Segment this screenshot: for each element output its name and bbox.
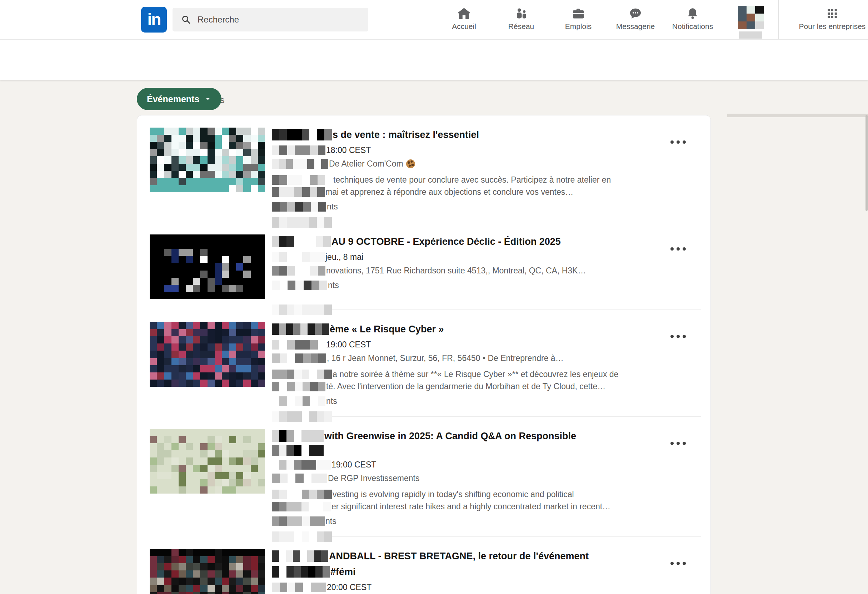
pixelated-text: [272, 145, 325, 155]
search-box[interactable]: [173, 8, 368, 31]
event-text: nts: [327, 202, 338, 211]
search-results-card: s de vente : maîtrisez l'essentiel18:00 …: [137, 115, 711, 594]
pixelated-strip: [272, 217, 332, 228]
event-title-link[interactable]: AU 9 OCTOBRE - Expérience Déclic - Éditi…: [272, 236, 655, 247]
event-text: with Greenwise in 2025: A Candid Q&A on …: [324, 431, 576, 442]
event-text: jeu., 8 mai: [325, 252, 363, 262]
event-thumbnail[interactable]: [150, 235, 265, 299]
ellipsis-dot: [683, 442, 686, 445]
ellipsis-dot: [683, 562, 686, 565]
profile-menu-label-pixelated[interactable]: [739, 31, 762, 38]
event-title-link[interactable]: #fémi: [272, 566, 655, 578]
chevron-down-icon: [204, 95, 211, 103]
nav-item-network[interactable]: Réseau: [493, 0, 550, 39]
event-description-line: techniques de vente pour conclure avec s…: [272, 175, 655, 185]
nav-item-notifications[interactable]: Notifications: [664, 0, 721, 39]
nav-item-jobs[interactable]: Emplois: [550, 0, 607, 39]
nav-item-label: Réseau: [508, 22, 534, 31]
overflow-menu-button[interactable]: [668, 245, 688, 253]
event-title-link[interactable]: ème « Le Risque Cyber »: [272, 324, 655, 335]
ellipsis-dot: [683, 335, 686, 338]
event-organizer-location: , 16 r Jean Monnet, Surzur, 56, FR, 5645…: [272, 353, 655, 363]
event-text: mai et apprenez à répondre aux objection…: [325, 187, 573, 197]
ellipsis-dot: [676, 335, 680, 338]
scrollbar-thumb[interactable]: [865, 115, 868, 211]
pixelated-text: [272, 460, 331, 470]
event-attendees: nts: [272, 516, 655, 526]
event-result-row: s de vente : maîtrisez l'essentiel18:00 …: [137, 115, 710, 222]
events-filter-label: Événements: [147, 94, 199, 104]
pixelated-strip: [272, 532, 332, 542]
nav-item-label: Notifications: [672, 22, 713, 31]
event-text: ANDBALL - BREST BRETAGNE, le retour de l…: [329, 551, 589, 562]
for-business-label: Pour les entreprises: [799, 22, 866, 31]
pixelated-text: [272, 324, 329, 335]
search-icon: [181, 15, 191, 25]
pixelated-text: [272, 159, 328, 169]
event-result-row: ème « Le Risque Cyber »19:00 CEST, 16 r …: [137, 310, 710, 417]
event-datetime: jeu., 8 mai: [272, 252, 655, 262]
nav-item-label: Accueil: [452, 22, 476, 31]
network-icon: [515, 7, 528, 20]
overflow-menu-button[interactable]: [668, 440, 688, 447]
event-text: De Atelier Com'Com: [329, 159, 403, 169]
event-text: De RGP Investissements: [328, 474, 420, 483]
event-title-link[interactable]: with Greenwise in 2025: A Candid Q&A on …: [272, 430, 655, 442]
search-filter-bar: Événements: [0, 39, 868, 80]
event-thumbnail[interactable]: [150, 429, 265, 494]
right-rail-placeholder: [727, 114, 868, 117]
ellipsis-dot: [670, 335, 674, 338]
event-description-line: mai et apprenez à répondre aux objection…: [272, 187, 655, 197]
search-input[interactable]: [197, 14, 352, 25]
event-description-line: té. Avec l'intervention de la gendarmeri…: [272, 382, 655, 392]
event-text: vesting is evolving rapidly in today's s…: [332, 490, 574, 499]
pixelated-text: [272, 474, 327, 483]
linkedin-logo[interactable]: in: [141, 7, 167, 33]
pixelated-text: [272, 281, 327, 290]
pixelated-text: [272, 369, 332, 379]
primary-nav: Accueil Réseau Emplois Messagerie: [435, 0, 721, 39]
event-thumbnail[interactable]: [150, 128, 265, 192]
nav-item-messaging[interactable]: Messagerie: [607, 0, 664, 39]
event-description-line: a notre soirée à thème sur **« Le Risque…: [272, 369, 655, 379]
pixelated-text: [272, 566, 330, 578]
event-content: with Greenwise in 2025: A Candid Q&A on …: [272, 429, 655, 526]
event-text: s de vente : maîtrisez l'essentiel: [332, 129, 479, 140]
event-text: 19:00 CEST: [326, 340, 371, 350]
nav-item-home[interactable]: Accueil: [435, 0, 493, 39]
profile-avatar[interactable]: [738, 6, 764, 29]
event-datetime: 20:00 CEST: [272, 582, 655, 592]
cookie-emoji-icon: [406, 160, 415, 168]
events-filter-dropdown[interactable]: Événements: [137, 88, 221, 110]
pixelated-title-line: [272, 445, 655, 455]
pixelated-text: [272, 252, 325, 262]
ellipsis-dot: [683, 247, 686, 251]
for-business-menu[interactable]: Pour les entreprises: [790, 0, 868, 39]
pixelated-text: [272, 430, 323, 442]
messaging-icon: [629, 7, 642, 20]
event-text: té. Avec l'intervention de la gendarmeri…: [326, 382, 605, 392]
event-description-line: er significant interest rate hikes and a…: [272, 502, 655, 511]
event-result-row: AU 9 OCTOBRE - Expérience Déclic - Éditi…: [137, 222, 710, 310]
ellipsis-dot: [676, 247, 680, 251]
event-title-link[interactable]: s de vente : maîtrisez l'essentiel: [272, 129, 655, 140]
event-text: AU 9 OCTOBRE - Expérience Déclic - Éditi…: [332, 236, 561, 247]
overflow-menu-button[interactable]: [668, 333, 688, 340]
event-content: ème « Le Risque Cyber »19:00 CEST, 16 r …: [272, 322, 655, 406]
event-thumbnail[interactable]: [150, 322, 265, 387]
ellipsis-dot: [670, 247, 674, 251]
event-content: s de vente : maîtrisez l'essentiel18:00 …: [272, 128, 655, 211]
pixelated-text: [272, 396, 325, 406]
overflow-menu-button[interactable]: [668, 138, 688, 146]
event-attendees: nts: [272, 202, 655, 211]
overflow-menu-button[interactable]: [668, 560, 688, 567]
event-thumbnail[interactable]: [150, 549, 265, 594]
event-organizer-location: De RGP Investissements: [272, 474, 655, 483]
event-attendees: nts: [272, 396, 655, 406]
home-icon: [458, 7, 471, 20]
event-text: techniques de vente pour conclure avec s…: [333, 175, 611, 185]
event-organizer-location: De Atelier Com'Com: [272, 159, 655, 169]
event-title-link[interactable]: ANDBALL - BREST BRETAGNE, le retour de l…: [272, 550, 655, 562]
event-datetime: 19:00 CEST: [272, 460, 655, 470]
pixelated-text: [272, 582, 326, 592]
